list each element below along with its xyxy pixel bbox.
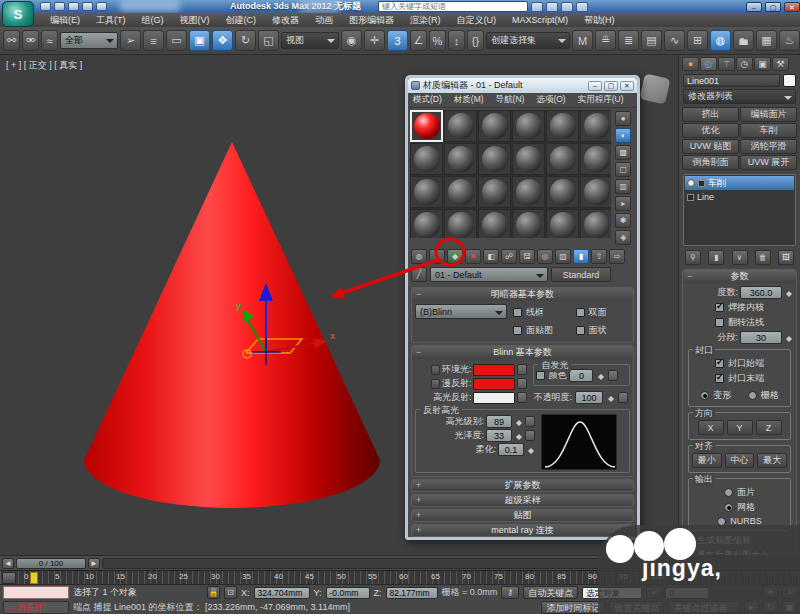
background-checker-icon[interactable]: ▩ — [615, 145, 631, 160]
cap-end-checkbox[interactable] — [715, 374, 724, 383]
tab-hierarchy-icon[interactable]: ⚚ — [718, 57, 735, 71]
close-button[interactable]: ✕ — [784, 2, 800, 12]
material-sample-slot[interactable] — [410, 209, 443, 238]
selection-filter-dropdown[interactable]: 全部 — [60, 32, 118, 49]
direction-y-button[interactable]: Y — [727, 420, 753, 435]
save-file-icon[interactable] — [68, 2, 79, 11]
opacity-field[interactable]: 100 — [575, 391, 603, 404]
modifier-turbosmooth-button[interactable]: 涡轮平滑 — [740, 139, 797, 154]
material-sample-slot[interactable] — [512, 209, 545, 238]
assign-material-to-selection-icon[interactable]: ◆ — [447, 249, 463, 264]
supersampling-rollout[interactable]: +超级采样 — [411, 494, 634, 507]
parameters-rollout-header[interactable]: −参数 — [683, 270, 796, 283]
unlink-selection-icon[interactable]: ⚮ — [22, 30, 39, 51]
material-sample-slot[interactable] — [512, 143, 545, 175]
grid-radio[interactable] — [748, 391, 757, 400]
tab-create-icon[interactable]: ● — [682, 57, 699, 71]
x-coordinate-field[interactable]: 324.704mm — [254, 587, 310, 599]
spinner-snap-icon[interactable]: ↕ — [448, 30, 465, 51]
put-to-library-icon[interactable]: 🖫 — [519, 249, 535, 264]
material-sample-slot[interactable] — [478, 209, 511, 238]
menu-group[interactable]: 组(G) — [134, 14, 172, 27]
menu-maxscript[interactable]: MAXScript(M) — [504, 15, 576, 25]
blinn-rollout-header[interactable]: −Blinn 基本参数 — [412, 346, 633, 359]
undo-icon[interactable] — [82, 2, 93, 11]
rectangular-selection-icon[interactable]: ▭ — [166, 30, 187, 51]
go-to-sibling-icon[interactable]: ⇨ — [609, 249, 625, 264]
me-close-button[interactable]: ✕ — [620, 81, 634, 91]
ambient-map-button[interactable] — [517, 364, 527, 375]
favorites-star-icon[interactable] — [561, 2, 573, 12]
faceted-checkbox[interactable] — [576, 326, 585, 335]
two-sided-checkbox[interactable] — [576, 308, 585, 317]
select-and-link-icon[interactable]: ⚯ — [3, 30, 20, 51]
specular-color-swatch[interactable] — [473, 392, 515, 404]
viewcube[interactable] — [640, 74, 671, 105]
me-minimize-button[interactable]: – — [588, 81, 602, 91]
mental-ray-rollout[interactable]: +mental ray 连接 — [411, 524, 634, 537]
degrees-spinner[interactable] — [784, 286, 793, 299]
shader-rollout-header[interactable]: −明暗器基本参数 — [412, 288, 633, 301]
soften-spinner[interactable] — [526, 443, 535, 456]
wireframe-checkbox[interactable] — [513, 308, 522, 317]
set-key-icon[interactable]: ⚷ — [501, 586, 519, 599]
material-sample-slot[interactable] — [512, 176, 545, 208]
material-sample-slot[interactable] — [546, 110, 579, 142]
search-input[interactable] — [378, 1, 528, 12]
select-and-rotate-icon[interactable]: ↻ — [235, 30, 256, 51]
backlight-icon[interactable]: ◐ — [615, 128, 631, 143]
graphite-ribbon-icon[interactable]: ▤ — [641, 30, 662, 51]
angle-snap-icon[interactable]: ∠ — [410, 30, 427, 51]
self-illum-spinner[interactable] — [596, 369, 605, 382]
help-icon[interactable] — [576, 2, 588, 12]
diffuse-color-swatch[interactable] — [473, 378, 515, 390]
direction-z-button[interactable]: Z — [756, 420, 782, 435]
material-sample-slot[interactable] — [410, 143, 443, 175]
redo-icon[interactable] — [96, 2, 107, 11]
track-bar-playhead[interactable] — [30, 572, 38, 584]
material-sample-slot[interactable] — [410, 176, 443, 208]
glossiness-field[interactable]: 33 — [486, 429, 512, 442]
material-sample-slot[interactable] — [512, 110, 545, 142]
video-color-check-icon[interactable]: ▥ — [615, 179, 631, 194]
pick-material-eyedropper-icon[interactable]: ╱ — [411, 267, 427, 282]
time-slider-handle[interactable]: 0 / 100 — [16, 558, 86, 569]
show-end-result-icon[interactable]: ▮ — [708, 250, 724, 265]
next-frame-button[interactable]: ► — [88, 558, 100, 569]
menu-tools[interactable]: 工具(T) — [88, 14, 134, 27]
open-file-icon[interactable] — [54, 2, 65, 11]
maximize-button[interactable]: ▢ — [765, 2, 781, 12]
reset-map-icon[interactable]: ✕ — [465, 249, 481, 264]
menu-animation[interactable]: 动画 — [307, 14, 341, 27]
material-id-channel-icon[interactable]: ◎ — [537, 249, 553, 264]
show-end-result-icon[interactable]: ▮ — [573, 249, 589, 264]
select-by-name-icon[interactable]: ≡ — [143, 30, 164, 51]
me-menu-modes[interactable]: 模式(D) — [408, 94, 447, 106]
modifier-edit-patch-button[interactable]: 编辑面片 — [740, 107, 797, 122]
object-color-swatch[interactable] — [783, 74, 796, 87]
cap-start-checkbox[interactable] — [715, 359, 724, 368]
material-sample-slot[interactable] — [478, 110, 511, 142]
reference-coordinate-dropdown[interactable]: 视图 — [281, 32, 339, 49]
material-sample-slot[interactable] — [546, 209, 579, 238]
minimize-button[interactable]: – — [746, 2, 762, 12]
material-type-button[interactable]: Standard — [551, 267, 611, 282]
put-to-scene-icon[interactable]: ◌ — [429, 249, 445, 264]
make-unique-icon[interactable]: ☍ — [501, 249, 517, 264]
modifier-uvw-map-button[interactable]: UVW 贴图 — [682, 139, 739, 154]
make-unique-icon[interactable]: ∨ — [732, 250, 748, 265]
auto-key-button[interactable]: 自动关键点 — [523, 586, 578, 599]
window-crossing-icon[interactable]: ▣ — [189, 30, 210, 51]
bind-to-space-warp-icon[interactable]: ≈ — [41, 30, 58, 51]
ambient-color-swatch[interactable] — [473, 364, 515, 376]
lock-diffuse-specular-icon[interactable] — [431, 379, 440, 389]
selection-lock-icon[interactable]: 🔒 — [207, 586, 220, 599]
me-menu-options[interactable]: 选项(O) — [531, 94, 570, 106]
named-selection-icon[interactable]: {} — [467, 30, 484, 51]
align-center-button[interactable]: 中心 — [725, 453, 755, 468]
menu-graph-editors[interactable]: 图形编辑器 — [341, 14, 402, 27]
material-editor-titlebar[interactable]: 材质编辑器 - 01 - Default – ▢ ✕ — [408, 78, 637, 93]
select-by-material-icon[interactable]: ◈ — [615, 230, 631, 245]
modifier-bevel-profile-button[interactable]: 倒角剖面 — [682, 155, 739, 170]
object-name-field[interactable]: Line001 — [683, 74, 780, 87]
